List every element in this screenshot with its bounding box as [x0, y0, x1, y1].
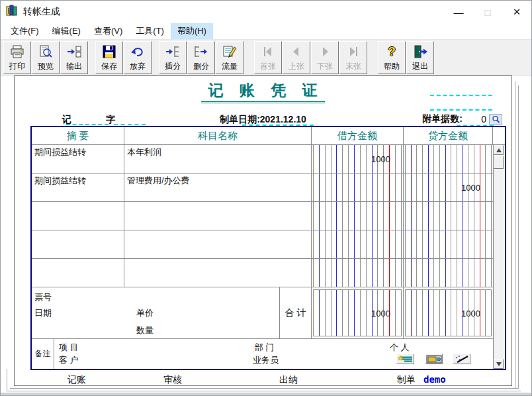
close-button[interactable]: × — [502, 1, 531, 23]
scrollbar-thumb[interactable] — [494, 156, 504, 169]
account-cell[interactable] — [124, 202, 312, 230]
header-credit: 贷方金额 — [404, 127, 493, 144]
minimize-button[interactable]: — — [444, 1, 473, 23]
summary-cell[interactable]: 期间损益结转 — [32, 173, 124, 201]
discard-button[interactable]: 放弃 — [124, 41, 152, 74]
window-title: 转帐生成 — [23, 6, 60, 18]
prev-page-icon — [288, 43, 304, 61]
aux-button-2[interactable] — [425, 354, 443, 364]
next-page-button[interactable]: 下张 — [311, 41, 339, 74]
credit-cell[interactable] — [404, 145, 493, 173]
amount-ruling — [313, 259, 402, 287]
department-label[interactable]: 部 门 — [255, 342, 275, 354]
first-page-button[interactable]: 首张 — [254, 41, 282, 74]
export-icon — [66, 43, 82, 61]
print-button[interactable]: 打印 — [3, 41, 31, 74]
credit-cell[interactable] — [404, 259, 493, 287]
scroll-up-button[interactable] — [494, 145, 504, 155]
cashflow-icon — [222, 43, 238, 61]
total-credit-cell: 1000 — [404, 287, 493, 338]
remark-label: 备注 — [32, 339, 54, 369]
summary-cell[interactable] — [32, 202, 124, 230]
page-stack-edge — [518, 85, 519, 389]
last-page-button[interactable]: 末张 — [339, 41, 367, 74]
last-page-icon — [345, 43, 361, 61]
credit-cell[interactable] — [404, 202, 493, 230]
exit-icon — [412, 43, 428, 61]
voucher-page: 记 账 凭 证 记 字 制单日期:2021.12.10 附单据数: 0 摘 要 … — [14, 75, 512, 386]
scroll-down-button[interactable] — [494, 359, 504, 369]
amount-ruling — [405, 145, 492, 173]
person-label[interactable]: 个 人 — [390, 342, 410, 354]
debit-cell[interactable] — [312, 202, 404, 230]
project-label[interactable]: 项 目 — [59, 342, 79, 354]
save-icon — [101, 43, 117, 61]
maker-value: demo — [423, 374, 446, 385]
next-page-icon — [317, 43, 333, 61]
maximize-button[interactable]: □ — [473, 1, 502, 23]
quantity-label: 数量 — [136, 324, 154, 336]
delete-entry-icon — [193, 43, 209, 61]
table-row: 期间损益结转 本年利润 1000 — [32, 145, 493, 173]
debit-cell[interactable] — [312, 173, 404, 201]
page-stack-edge — [515, 81, 515, 389]
arrow-up-icon — [496, 148, 502, 152]
help-button[interactable]: ? 帮助 — [378, 41, 406, 74]
menu-tools[interactable]: 工具(T) — [129, 23, 171, 39]
credit-cell[interactable]: 1000 — [404, 173, 493, 201]
debit-cell[interactable] — [312, 230, 404, 258]
summary-cell[interactable] — [32, 259, 124, 287]
output-button[interactable]: 输出 — [60, 41, 88, 74]
account-cell[interactable]: 本年利润 — [124, 145, 312, 173]
account-cell[interactable] — [124, 259, 312, 287]
menu-file[interactable]: 文件(F) — [4, 23, 46, 39]
printer-icon — [9, 43, 25, 61]
voucher-no-blank[interactable] — [430, 109, 492, 111]
summary-cell[interactable] — [32, 230, 124, 258]
preview-button[interactable]: 预览 — [32, 41, 60, 74]
insert-entry-icon — [165, 43, 181, 61]
bill-info-cell[interactable]: 票号 日期 单价 数量 — [32, 287, 280, 338]
delete-entry-button[interactable]: 删分 — [187, 41, 215, 74]
aux-button-3[interactable] — [453, 354, 470, 364]
aux-button-1[interactable] — [396, 354, 414, 364]
voucher-no-blank[interactable] — [430, 95, 492, 96]
header-account: 科目名称 — [124, 127, 312, 144]
cashflow-button[interactable]: 流量 — [216, 41, 244, 74]
exit-button[interactable]: 退出 — [406, 41, 434, 74]
salesman-label[interactable]: 业务员 — [253, 354, 279, 366]
debit-cell[interactable] — [312, 259, 404, 287]
menu-edit[interactable]: 编辑(E) — [46, 23, 87, 39]
bookkeeper-label: 记账 — [67, 374, 86, 386]
account-cell[interactable] — [124, 230, 312, 258]
attach-count: 附单据数: 0 — [422, 113, 502, 125]
summary-cell[interactable]: 期间损益结转 — [32, 145, 124, 173]
scrollbar-track[interactable] — [494, 169, 504, 359]
amount-ruling — [405, 259, 492, 287]
voucher-date-value[interactable]: 2021.12.10 — [260, 114, 306, 124]
maker-label: 制单 — [397, 374, 416, 386]
amount-ruling — [405, 202, 492, 230]
credit-cell[interactable] — [404, 230, 493, 258]
arrow-down-icon — [496, 362, 502, 366]
first-page-icon — [260, 43, 276, 61]
remark-row: 备注 项 目 客 户 部 门 业务员 个 人 — [32, 339, 493, 369]
menu-help[interactable]: 帮助(H) — [171, 23, 213, 39]
attach-count-value[interactable]: 0 — [463, 114, 486, 124]
bill-date-label: 日期 — [34, 307, 52, 319]
customer-label[interactable]: 客 户 — [59, 354, 79, 366]
remark-body: 项 目 客 户 部 门 业务员 个 人 — [54, 339, 493, 369]
save-button[interactable]: 保存 — [95, 41, 123, 74]
window-bottom-strip — [1, 393, 532, 396]
attach-zoom-button[interactable] — [489, 114, 502, 125]
debit-cell[interactable]: 1000 — [312, 145, 404, 173]
account-cell[interactable]: 管理费用/办公费 — [124, 173, 312, 201]
table-header: 摘 要 科目名称 借方金额 贷方金额 — [32, 127, 505, 145]
voucher-title: 记 账 凭 证 — [201, 80, 324, 103]
total-label: 合 计 — [280, 287, 312, 338]
menu-view[interactable]: 查看(V) — [87, 23, 129, 39]
header-summary: 摘 要 — [32, 127, 124, 144]
insert-entry-button[interactable]: 插分 — [159, 41, 187, 74]
prev-page-button[interactable]: 上张 — [283, 41, 310, 74]
toolbar: 打印 预览 输出 保存 放弃 插分 — [1, 39, 531, 75]
